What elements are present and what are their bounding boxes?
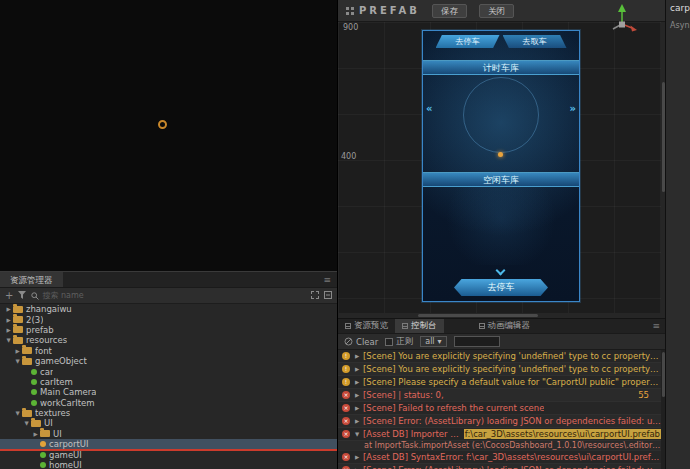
inspector-panel: carpor Asyn	[665, 0, 690, 469]
tree-item-font[interactable]: ▶font	[0, 346, 337, 356]
tree-expanded-icon[interactable]: ▼	[13, 410, 22, 416]
tree-item-resources[interactable]: ▼resources	[0, 335, 337, 345]
go-park-tab-button[interactable]: 去停车	[436, 35, 500, 48]
expand-icon[interactable]: ▶	[353, 454, 361, 460]
search-input[interactable]: 搜索 name	[31, 290, 306, 301]
expand-icon[interactable]: ▶	[353, 392, 361, 398]
log-stack-row[interactable]: at ImportTask.importAsset (e:\CocosDashb…	[338, 441, 661, 451]
highlighted-path: f:\car_3D\assets\resources\ui\carportUI.…	[464, 429, 661, 439]
log-level-value: all	[425, 337, 434, 346]
page-left-arrow-icon[interactable]: «	[426, 103, 432, 114]
log-text: [Asset DB] Importer exec failed:	[363, 429, 464, 439]
close-button[interactable]: 关闭	[479, 4, 514, 18]
expand-icon[interactable]: ▶	[353, 405, 361, 411]
tab-asset-preview[interactable]: 资源预览	[338, 319, 395, 333]
axis-gizmo[interactable]	[605, 2, 639, 40]
prefab-grid-icon	[346, 7, 349, 10]
assets-toolbar: + 搜索 name	[0, 288, 337, 304]
tree-item-gameui[interactable]: gameUI	[0, 449, 337, 459]
log-row[interactable]: ×▶[Scene] Error: (AssetLibrary) loading …	[338, 464, 661, 469]
tree-expanded-icon[interactable]: ▼	[22, 420, 31, 426]
expand-icon[interactable]: ▶	[353, 366, 361, 372]
console-filter-input[interactable]	[454, 336, 500, 347]
panel-menu-icon[interactable]: ≡	[646, 319, 666, 333]
tree-item-label: carItem	[40, 377, 73, 387]
tree-item-caritem[interactable]: carItem	[0, 377, 337, 387]
create-asset-button[interactable]: +	[5, 291, 13, 301]
expand-icon[interactable]: ▶	[353, 418, 361, 424]
tree-expanded-icon[interactable]: ▼	[13, 358, 22, 364]
warning-icon: !	[342, 352, 350, 360]
regex-checkbox[interactable]: 正则	[385, 336, 413, 348]
canvas-top-buttons: 去停车 去取车	[423, 35, 579, 48]
tree-item-car[interactable]: car	[0, 366, 337, 376]
caret-down-icon: ▾	[438, 337, 442, 346]
filter-icon[interactable]	[18, 291, 26, 301]
prefab-canvas[interactable]: 去停车 去取车 计时车库 « » 空闲车库 去停车	[422, 30, 580, 302]
scene-3d-view[interactable]	[0, 0, 337, 271]
go-pickup-tab-button[interactable]: 去取车	[503, 35, 567, 48]
log-text: [Scene] You are explicitly specifying 'u…	[363, 364, 661, 374]
tab-assets-manager[interactable]: 资源管理器	[0, 272, 63, 287]
log-row[interactable]: ×▶[Scene] Error: (AssetLibrary) loading …	[338, 415, 661, 428]
panel-menu-icon[interactable]: ≡	[317, 272, 337, 287]
tree-item-label: homeUI	[49, 460, 82, 469]
log-row[interactable]: !▶[Scene] You are explicitly specifying …	[338, 350, 661, 363]
tree-item-main-camera[interactable]: Main Camera	[0, 387, 337, 397]
tree-item-carportui[interactable]: carportUI	[0, 439, 337, 449]
folder-icon	[22, 347, 32, 354]
collapse-all-icon[interactable]	[324, 291, 332, 301]
chevron-down-icon[interactable]	[496, 266, 506, 276]
tree-item-prefab[interactable]: ▶prefab	[0, 325, 337, 335]
tree-expanded-icon[interactable]: ▼	[4, 337, 13, 343]
log-row[interactable]: ×▶[Scene] Failed to refresh the current …	[338, 402, 661, 415]
tree-item-2-3[interactable]: ▶2(3)	[0, 314, 337, 324]
go-park-button[interactable]: 去停车	[454, 279, 548, 296]
assets-tabbar: 资源管理器 ≡	[0, 272, 337, 288]
collapse-icon[interactable]: ▼	[353, 431, 361, 437]
tree-collapsed-icon[interactable]: ▶	[4, 327, 13, 333]
gizmo-ring[interactable]	[158, 120, 167, 129]
tree-collapsed-icon[interactable]: ▶	[4, 317, 13, 323]
save-button[interactable]: 保存	[432, 4, 467, 18]
tree-item-label: prefab	[26, 325, 54, 335]
search-icon	[31, 292, 39, 300]
panel-icon	[345, 323, 351, 329]
log-row-expanded[interactable]: ×▼[Asset DB] Importer exec failed: f:\ca…	[338, 428, 661, 441]
log-row[interactable]: !▶[Scene] Please specify a default value…	[338, 376, 661, 389]
tree-collapsed-icon[interactable]: ▶	[4, 306, 13, 312]
tree-item-zhangaiwu[interactable]: ▶zhangaiwu	[0, 304, 337, 314]
clear-button[interactable]: Clear	[344, 337, 378, 347]
tree-item-ui[interactable]: ▼UI	[0, 418, 337, 428]
log-text: [Scene] You are explicitly specifying 'u…	[363, 351, 661, 361]
scrollbar-thumb[interactable]	[418, 314, 538, 317]
log-row[interactable]: ×▶[Scene] | status: 0,55	[338, 389, 661, 402]
error-icon: ×	[342, 430, 350, 438]
tree-item-ui-sub[interactable]: ▶UI	[0, 429, 337, 439]
tree-item-label: car	[40, 367, 53, 377]
asset-tree: ▶zhangaiwu ▶2(3) ▶prefab ▼resources ▶fon…	[0, 304, 337, 469]
tree-collapsed-icon[interactable]: ▶	[31, 431, 40, 437]
error-icon: ×	[342, 391, 350, 399]
tree-item-homeui[interactable]: homeUI	[0, 460, 337, 469]
expand-all-icon[interactable]	[311, 291, 319, 301]
folder-icon	[22, 358, 32, 365]
tree-collapsed-icon[interactable]: ▶	[13, 348, 22, 354]
log-row[interactable]: ×▶[Asset DB] SyntaxError: f:\car_3D\asse…	[338, 451, 661, 464]
page-right-arrow-icon[interactable]: »	[570, 103, 576, 114]
prefab-icon	[31, 369, 37, 375]
tree-item-textures[interactable]: ▼textures	[0, 408, 337, 418]
tab-console[interactable]: 控制台	[395, 319, 444, 333]
tab-animation-editor[interactable]: 动画编辑器	[472, 319, 538, 333]
log-level-select[interactable]: all ▾	[420, 336, 446, 347]
expand-icon[interactable]: ▶	[353, 379, 361, 385]
tree-item-gameobject[interactable]: ▼gameObject	[0, 356, 337, 366]
tree-item-workcaritem[interactable]: workCarItem	[0, 398, 337, 408]
ruler-mark-900: 900	[343, 23, 358, 32]
tree-item-label: Main Camera	[40, 387, 96, 397]
expand-icon[interactable]: ▶	[353, 353, 361, 359]
log-text: [Scene] | status: 0,	[363, 390, 444, 400]
scene-viewport[interactable]: 900 400 去停车 去取车 计时车库 « » 空闲车库 去停车	[338, 22, 666, 318]
prefab-icon	[31, 379, 37, 385]
log-row[interactable]: !▶[Scene] You are explicitly specifying …	[338, 363, 661, 376]
